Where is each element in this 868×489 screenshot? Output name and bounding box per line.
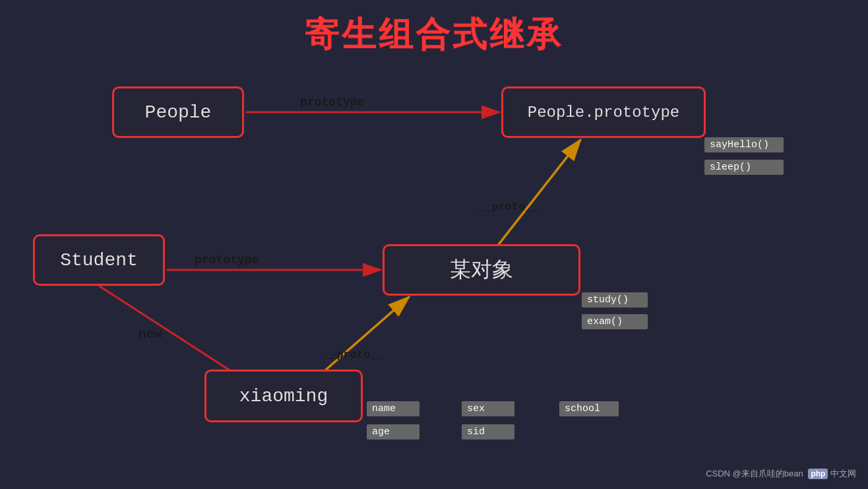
name-badge: name bbox=[367, 401, 419, 416]
prototype-label-1: prototype bbox=[300, 96, 364, 109]
student-box: Student bbox=[33, 234, 165, 286]
school-badge: school bbox=[559, 401, 619, 416]
php-badge: php bbox=[808, 469, 828, 479]
new-label: new bbox=[139, 327, 162, 342]
some-object-box: 某对象 bbox=[383, 244, 580, 296]
proto-label-2: __proto__ bbox=[478, 201, 539, 213]
proto-label-1: __proto__ bbox=[323, 348, 384, 361]
page-title: 寄生组合式继承 bbox=[0, 0, 868, 58]
age-badge: age bbox=[367, 424, 419, 440]
exam-badge: exam() bbox=[582, 314, 648, 329]
svg-line-7 bbox=[495, 140, 580, 249]
people-prototype-box: People.prototype bbox=[501, 86, 706, 138]
prototype-label-2: prototype bbox=[195, 253, 259, 267]
say-hello-badge: sayHello() bbox=[704, 137, 784, 152]
people-box: People bbox=[112, 86, 244, 138]
xiaoming-box: xiaoming bbox=[204, 370, 363, 422]
study-badge: study() bbox=[582, 292, 648, 308]
watermark-text: CSDN @来自爪哇的bean bbox=[706, 469, 803, 478]
sleep-badge: sleep() bbox=[704, 160, 784, 175]
page-background: 寄生组合式继承 People bbox=[0, 0, 868, 489]
sid-badge: sid bbox=[462, 424, 514, 440]
sex-badge: sex bbox=[462, 401, 514, 416]
watermark: CSDN @来自爪哇的bean php 中文网 bbox=[706, 468, 856, 480]
cn-text: 中文网 bbox=[830, 469, 856, 478]
